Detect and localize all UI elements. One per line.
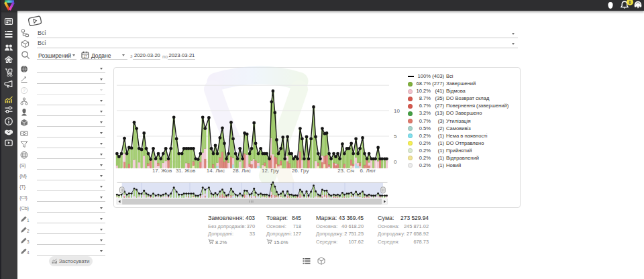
svg-text:23. Січ: 23. Січ	[337, 168, 354, 174]
svg-text:17. Жов: 17. Жов	[152, 168, 172, 174]
svg-text:0: 0	[394, 159, 397, 165]
svg-text:10: 10	[394, 108, 400, 114]
svg-text:5: 5	[394, 133, 397, 140]
svg-text:12. Гру: 12. Гру	[262, 168, 279, 174]
svg-text:6. Лют: 6. Лют	[360, 168, 376, 174]
svg-text:26. Гру: 26. Гру	[292, 168, 309, 174]
